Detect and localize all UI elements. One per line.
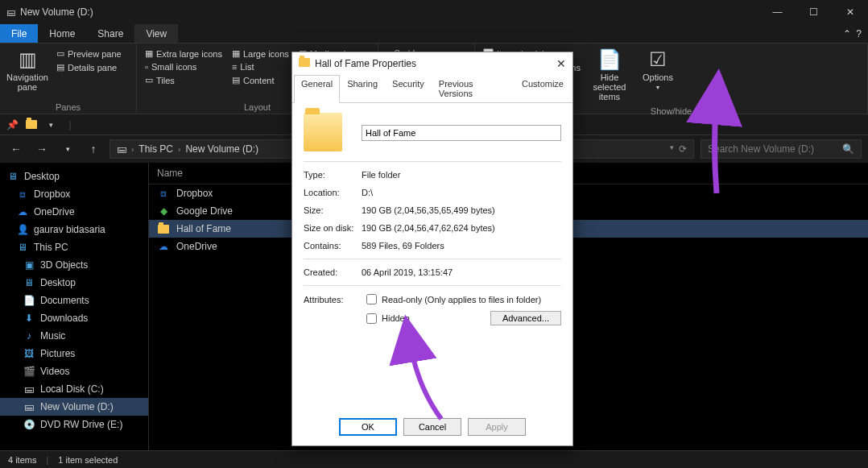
dialog-titlebar: Hall of Fame Properties ✕ xyxy=(292,52,572,75)
content-icon: ▤ xyxy=(232,75,240,85)
menubar: File Home Share View ⌃ ? xyxy=(0,24,868,43)
refresh-icon[interactable]: ⟳ xyxy=(679,143,687,155)
navigation-pane-button[interactable]: ▥ Navigation pane xyxy=(3,47,52,93)
chevron-down-icon[interactable]: ▾ xyxy=(670,143,674,155)
tab-customize[interactable]: Customize xyxy=(515,75,571,102)
navigation-pane-label: Navigation pane xyxy=(5,72,50,92)
window-controls: — ☐ ✕ xyxy=(759,0,868,24)
chevron-down-icon: ▾ xyxy=(656,84,659,91)
sidebar-item-pictures[interactable]: 🖼Pictures xyxy=(0,345,148,362)
sidebar-item-user[interactable]: 👤gaurav bidasaria xyxy=(0,221,148,238)
advanced-button[interactable]: Advanced... xyxy=(490,311,561,325)
folder-icon-large xyxy=(304,113,342,151)
crumb-this-pc[interactable]: This PC xyxy=(138,143,173,155)
type-value: File folder xyxy=(362,170,561,180)
sidebar-item-onedrive[interactable]: ☁OneDrive xyxy=(0,203,148,221)
drive-icon: 🖴 xyxy=(6,7,15,17)
drive-icon: 🖴 xyxy=(117,143,126,155)
cube-icon: ▣ xyxy=(23,259,35,271)
close-button[interactable]: ✕ xyxy=(832,0,868,24)
sidebar-item-new-volume-d[interactable]: 🖴New Volume (D:) xyxy=(0,398,148,416)
preview-pane-icon: ▭ xyxy=(56,48,64,59)
back-button[interactable]: ← xyxy=(6,139,26,159)
drive-icon: 🖴 xyxy=(23,383,35,396)
created-label: Created: xyxy=(304,267,362,277)
sidebar-item-videos[interactable]: 🎬Videos xyxy=(0,362,148,380)
sidebar-item-this-pc[interactable]: 🖥This PC xyxy=(0,238,148,256)
large-icons-button[interactable]: ▦Large icons xyxy=(232,48,289,59)
list-button[interactable]: ≡List xyxy=(232,62,289,72)
dialog-close-button[interactable]: ✕ xyxy=(556,57,566,70)
maximize-button[interactable]: ☐ xyxy=(796,0,832,24)
tab-previous-versions[interactable]: Previous Versions xyxy=(432,75,515,102)
sidebar-item-3d-objects[interactable]: ▣3D Objects xyxy=(0,256,148,274)
tab-sharing[interactable]: Sharing xyxy=(340,75,385,102)
tiles-button[interactable]: ▭Tiles xyxy=(145,75,222,85)
location-label: Location: xyxy=(304,188,362,197)
attributes-label: Attributes: xyxy=(304,295,362,304)
preview-pane-button[interactable]: ▭Preview pane xyxy=(56,48,122,59)
downloads-icon: ⬇ xyxy=(23,312,35,325)
dialog-tabs: General Sharing Security Previous Versio… xyxy=(292,75,572,103)
details-pane-button[interactable]: ▤Details pane xyxy=(56,62,122,72)
ribbon-collapse-icon[interactable]: ⌃ ? xyxy=(837,24,868,43)
options-icon: ☑ xyxy=(649,48,667,71)
search-placeholder: Search New Volume (D:) xyxy=(708,143,814,155)
tab-view[interactable]: View xyxy=(134,24,178,43)
tab-security[interactable]: Security xyxy=(385,75,432,102)
ok-button[interactable]: OK xyxy=(339,418,397,436)
sidebar-item-desktop2[interactable]: 🖥Desktop xyxy=(0,274,148,292)
size-label: Size: xyxy=(304,205,362,215)
sidebar-item-local-disk-c[interactable]: 🖴Local Disk (C:) xyxy=(0,380,148,398)
tab-share[interactable]: Share xyxy=(86,24,134,43)
forward-button[interactable]: → xyxy=(32,139,52,159)
dropbox-icon: ⧈ xyxy=(157,188,170,199)
sidebar-item-downloads[interactable]: ⬇Downloads xyxy=(0,309,148,327)
hidden-checkbox[interactable] xyxy=(366,313,377,324)
contains-value: 589 Files, 69 Folders xyxy=(362,241,561,251)
tab-home[interactable]: Home xyxy=(38,24,86,43)
status-bar: 4 items | 1 item selected xyxy=(0,450,868,468)
history-dropdown[interactable]: ▾ xyxy=(58,139,77,159)
tab-general[interactable]: General xyxy=(294,75,340,103)
details-pane-icon: ▤ xyxy=(56,62,64,72)
drive-icon: 🖴 xyxy=(23,400,35,413)
up-button[interactable]: ↑ xyxy=(84,139,103,159)
content-button[interactable]: ▤Content xyxy=(232,75,289,85)
window-titlebar: 🖴 New Volume (D:) — ☐ ✕ xyxy=(0,0,868,24)
sidebar-item-music[interactable]: ♪Music xyxy=(0,327,148,345)
sizeondisk-value: 190 GB (2,04,56,47,62,624 bytes) xyxy=(362,223,561,233)
sidebar-item-dropbox[interactable]: ⧈Dropbox xyxy=(0,185,148,203)
crumb-volume[interactable]: New Volume (D:) xyxy=(185,143,258,155)
dialog-body: Type:File folder Location:D:\ Size:190 G… xyxy=(292,103,572,342)
search-input[interactable]: Search New Volume (D:) 🔍 xyxy=(701,139,862,159)
pin-icon[interactable]: 📌 xyxy=(5,118,19,132)
small-icons-button[interactable]: ▫Small icons xyxy=(145,62,222,72)
type-label: Type: xyxy=(304,170,362,180)
navigation-pane-icon: ▥ xyxy=(19,48,37,71)
hide-selected-items-button[interactable]: 📄 Hide selected items xyxy=(585,47,634,103)
dialog-buttons: OK Cancel Apply xyxy=(292,418,572,436)
sidebar-item-documents[interactable]: 📄Documents xyxy=(0,292,148,309)
user-icon: 👤 xyxy=(16,223,29,236)
minimize-button[interactable]: — xyxy=(759,0,796,24)
divider: | xyxy=(63,118,77,132)
sidebar-item-dvd-rw[interactable]: 💿DVD RW Drive (E:) xyxy=(0,416,148,433)
extra-large-icons-button[interactable]: ▦Extra large icons xyxy=(145,48,222,59)
options-button[interactable]: ☑ Options ▾ xyxy=(634,47,682,93)
chevron-down-icon[interactable]: ▾ xyxy=(43,118,58,132)
readonly-label: Read-only (Only applies to files in fold… xyxy=(382,295,541,304)
apply-button[interactable]: Apply xyxy=(468,418,526,436)
file-menu[interactable]: File xyxy=(0,24,38,43)
chevron-right-icon: › xyxy=(131,145,134,154)
cancel-button[interactable]: Cancel xyxy=(403,418,461,436)
status-selected-count: 1 item selected xyxy=(58,455,118,465)
onedrive-icon: ☁ xyxy=(16,205,29,218)
grid-icon: ▦ xyxy=(145,48,153,59)
readonly-checkbox[interactable] xyxy=(366,294,377,304)
folder-icon[interactable] xyxy=(24,118,39,132)
music-icon: ♪ xyxy=(23,329,35,342)
sidebar-item-desktop[interactable]: 🖥Desktop xyxy=(0,168,148,185)
hide-icon: 📄 xyxy=(597,48,622,71)
folder-name-input[interactable] xyxy=(362,125,561,141)
